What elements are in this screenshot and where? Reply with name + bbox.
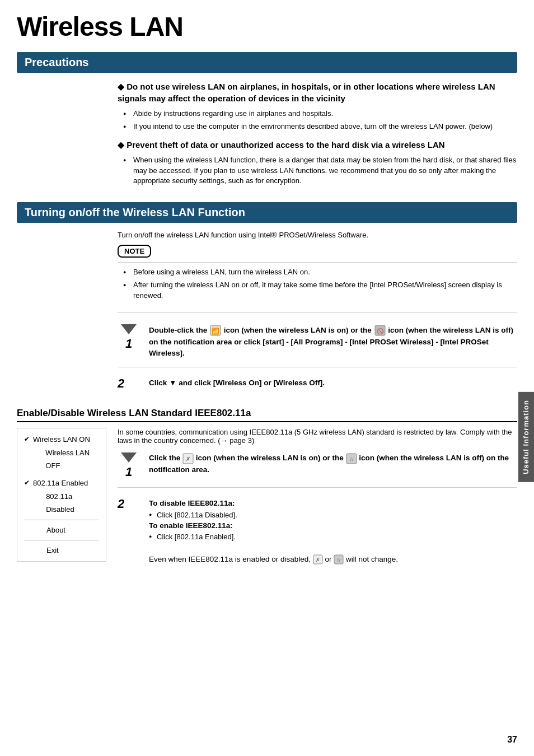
turning-section: Turning on/off the Wireless LAN Function… [17, 202, 517, 396]
step2-container: 2 Click ▼ and click [Wireless On] or [Wi… [118, 375, 517, 396]
page-number: 37 [507, 735, 517, 745]
sidebar-80211a-disabled[interactable]: 802.11a Disabled [24, 490, 99, 516]
precautions-section: Precautions ◆ Do not use wireless LAN on… [17, 52, 517, 186]
list-item: Before using a wireless LAN, turn the wi… [123, 267, 517, 278]
enable-bullet: Click [802.11a Enabled]. [157, 531, 517, 543]
ieee-step1-arrow: 1 [118, 450, 140, 479]
turning-content: Turn on/off the wireless LAN function us… [118, 231, 517, 396]
ieee-step2-container: 2 To disable IEEE802.11a: Click [802.11a… [118, 496, 517, 571]
ieee-step1-container: 1 Click the ✗ icon (when the wireless LA… [118, 450, 517, 488]
svg-text:📶: 📶 [212, 327, 219, 335]
step1-arrow: 1 [118, 322, 140, 351]
ieee-wifi-off-icon: ☆ [346, 453, 357, 464]
disable-bullet: Click [802.11a Disabled]. [157, 510, 517, 521]
list-item: When using the wireless LAN function, th… [123, 155, 517, 187]
diamond1-icon: ◆ [118, 82, 124, 91]
step2-text: Click ▼ and click [Wireless On] or [Wire… [149, 379, 325, 387]
ieee-step2-number: 2 [118, 496, 140, 511]
sidebar-divider2 [24, 540, 99, 540]
ieee-intro: In some countries, communication using I… [118, 428, 517, 445]
svg-text:🚫: 🚫 [377, 328, 384, 335]
precautions-header: Precautions [17, 52, 517, 73]
sidebar-about[interactable]: About [24, 524, 99, 536]
wifi-on-icon: 📶 [209, 324, 222, 337]
sidebar-wireless-lan-on[interactable]: Wireless LAN ON [24, 433, 99, 446]
side-tab: Useful Information [518, 392, 534, 482]
ieee-wifi-on-icon: ✗ [182, 453, 194, 464]
page-title: Wireless LAN [17, 11, 517, 42]
step1-number: 1 [125, 337, 132, 351]
step1-bold: Double-click the [149, 325, 209, 334]
sidebar-wireless-lan-off[interactable]: Wireless LAN OFF [24, 446, 99, 473]
ieee-content: In some countries, communication using I… [118, 428, 517, 578]
svg-text:☆: ☆ [336, 557, 341, 563]
footer-wifi-on-icon: ✗ [313, 554, 323, 564]
enable-disable-section: Enable/Disable Wireless LAN Standard IEE… [17, 408, 517, 578]
precaution-bullets2: When using the wireless LAN function, th… [123, 155, 517, 187]
footer-wifi-off-icon: ☆ [334, 554, 344, 564]
ieee-step2-content: To disable IEEE802.11a: Click [802.11a D… [149, 496, 517, 565]
turning-intro: Turn on/off the wireless LAN function us… [118, 231, 517, 239]
step2-number: 2 [118, 375, 140, 391]
note-content: Before using a wireless LAN, turn the wi… [118, 262, 517, 313]
sidebar-80211a-enabled[interactable]: 802.11a Enabled [24, 477, 99, 489]
ieee-arrow-shape [121, 452, 137, 463]
note-box: NOTE [118, 245, 151, 258]
diamond2-icon: ◆ [118, 140, 124, 150]
disable-label: To disable IEEE802.11a: [149, 499, 235, 507]
list-item: After turning the wireless LAN on or off… [123, 280, 517, 301]
precaution-diamond2: ◆ Prevent theft of data or unauthorized … [118, 139, 517, 151]
sidebar-exit[interactable]: Exit [24, 544, 99, 557]
enable-disable-header: Enable/Disable Wireless LAN Standard IEE… [17, 408, 517, 422]
turning-header: Turning on/off the Wireless LAN Function [17, 202, 517, 223]
ieee-footer: Even when IEEE802.11a is enabled or disa… [149, 554, 517, 565]
ieee-layout: Wireless LAN ON Wireless LAN OFF 802.11a… [17, 428, 517, 578]
svg-text:✗: ✗ [316, 557, 320, 563]
note-bullets: Before using a wireless LAN, turn the wi… [123, 267, 517, 301]
step2-content: Click ▼ and click [Wireless On] or [Wire… [149, 375, 517, 389]
enable-label: To enable IEEE802.11a: [149, 521, 233, 530]
step1-container: 1 Double-click the 📶 icon (when the wire… [118, 322, 517, 368]
step1-bold2: icon (when the wireless LAN is on) or th… [224, 325, 374, 334]
list-item: Abide by instructions regarding use in a… [123, 109, 517, 119]
precautions-content: ◆ Do not use wireless LAN on airplanes, … [118, 81, 517, 186]
sidebar-divider1 [24, 520, 99, 520]
ieee-sidebar: Wireless LAN ON Wireless LAN OFF 802.11a… [17, 428, 106, 562]
wifi-off-icon: 🚫 [374, 324, 386, 337]
precaution-bullets1: Abide by instructions regarding use in a… [123, 109, 517, 132]
list-item: If you intend to use the computer in the… [123, 122, 517, 132]
svg-text:☆: ☆ [349, 456, 354, 462]
ieee-step1-number: 1 [125, 465, 132, 479]
step1-content: Double-click the 📶 icon (when the wirele… [149, 322, 517, 360]
precaution-diamond1: ◆ Do not use wireless LAN on airplanes, … [118, 81, 517, 104]
arrow-shape [121, 324, 137, 334]
svg-text:✗: ✗ [186, 456, 190, 462]
ieee-step1-content: Click the ✗ icon (when the wireless LAN … [149, 450, 517, 475]
